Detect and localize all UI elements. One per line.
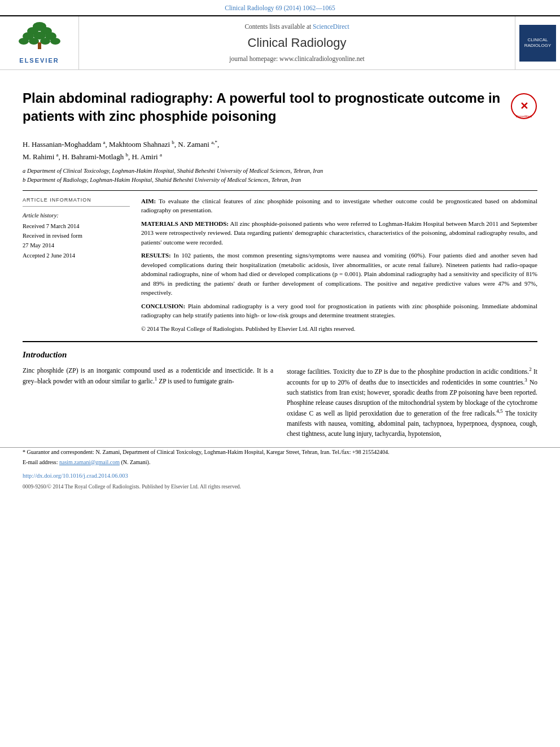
- footnotes-section: * Guarantor and correspondent: N. Zamani…: [0, 447, 560, 467]
- citation-text: Clinical Radiology 69 (2014) 1062—1065: [225, 5, 335, 11]
- elsevier-logo: ELSEVIER: [17, 21, 62, 65]
- aim-text: To evaluate the clinical features of zin…: [141, 198, 537, 214]
- revised-label: Received in revised form: [23, 231, 130, 240]
- introduction-section: Introduction Zinc phosphide (ZP) is an i…: [0, 349, 560, 439]
- journal-title: Clinical Radiology: [248, 34, 347, 52]
- svg-text:✕: ✕: [520, 101, 528, 112]
- intro-col-right: storage facilities. Toxicity due to ZP i…: [287, 366, 537, 439]
- author-amiri: H. Amiri a: [132, 152, 161, 161]
- author-bahrami: H. Bahrami-Motlagh b: [62, 152, 128, 161]
- svg-point-7: [29, 38, 39, 45]
- footer-copyright: 0009-9260/© 2014 The Royal College of Ra…: [0, 482, 560, 496]
- elsevier-brand-text: ELSEVIER: [17, 56, 62, 65]
- author-rahimi: M. Rahimi a: [23, 152, 59, 161]
- history-label: Article history:: [23, 211, 130, 220]
- sciencedirect-line: Contents lists available at ScienceDirec…: [244, 22, 349, 32]
- doi-section: http://dx.doi.org/10.1016/j.crad.2014.06…: [0, 468, 560, 482]
- abstract-copyright: © 2014 The Royal College of Radiologists…: [141, 325, 537, 333]
- info-abstract-section: ARTICLE INFORMATION Article history: Rec…: [23, 196, 537, 333]
- elsevier-logo-section: ELSEVIER: [0, 16, 79, 70]
- abstract-aim: AIM: To evaluate the clinical features o…: [141, 196, 537, 215]
- abstract-methods: MATERIALS AND METHODS: All zinc phosphid…: [141, 219, 537, 247]
- conclusion-label: CONCLUSION:: [141, 303, 185, 309]
- intro-right-para: storage facilities. Toxicity due to ZP i…: [287, 366, 537, 439]
- title-divider: [23, 190, 537, 191]
- author-zamani: N. Zamani a,*: [178, 140, 217, 148]
- email-link[interactable]: nasim.zamani@gmail.com: [59, 459, 120, 465]
- top-citation-bar: Clinical Radiology 69 (2014) 1062—1065: [0, 0, 560, 15]
- title-text-block: Plain abdominal radiography: A powerful …: [23, 89, 502, 132]
- page: Clinical Radiology 69 (2014) 1062—1065: [0, 0, 560, 747]
- journal-logo-section: CLINICALRADIOLOGY: [515, 16, 560, 70]
- author-hassanian: H. Hassanian-Moghaddam a: [23, 140, 106, 148]
- abstract-conclusion: CONCLUSION: Plain abdominal radiography …: [141, 302, 537, 320]
- abstract-column: AIM: To evaluate the clinical features o…: [141, 196, 537, 333]
- email-footnote: E-mail address: nasim.zamani@gmail.com (…: [23, 458, 537, 467]
- svg-point-6: [19, 38, 29, 45]
- section-divider: [23, 341, 537, 342]
- svg-point-8: [40, 38, 50, 45]
- crossmark-icon: ✕ CrossMark: [510, 93, 537, 120]
- intro-col-left: Zinc phosphide (ZP) is an inorganic comp…: [23, 366, 273, 439]
- sciencedirect-link[interactable]: ScienceDirect: [313, 23, 349, 30]
- results-text: In 102 patients, the most common present…: [141, 252, 537, 296]
- article-body: Plain abdominal radiography: A powerful …: [0, 70, 560, 342]
- aim-label: AIM:: [141, 198, 156, 204]
- svg-text:CrossMark: CrossMark: [515, 115, 532, 118]
- revised-date: 27 May 2014: [23, 241, 130, 250]
- journal-center-info: Contents lists available at ScienceDirec…: [79, 16, 515, 70]
- authors-line: H. Hassanian-Moghaddam a, Makhtoom Shahn…: [23, 138, 537, 163]
- results-label: RESULTS:: [141, 252, 171, 259]
- crossmark-section: ✕ CrossMark: [510, 93, 537, 123]
- journal-header: ELSEVIER Contents lists available at Sci…: [0, 15, 560, 71]
- svg-point-9: [50, 38, 60, 45]
- svg-rect-10: [38, 42, 41, 49]
- abstract-results: RESULTS: In 102 patients, the most commo…: [141, 251, 537, 298]
- intro-two-col: Zinc phosphide (ZP) is an inorganic comp…: [23, 366, 537, 439]
- accepted-date: Accepted 2 June 2014: [23, 251, 130, 260]
- author-shahnazi: Makhtoom Shahnazi b: [109, 140, 174, 148]
- affiliations: a Department of Clinical Toxicology, Log…: [23, 167, 537, 185]
- doi-link[interactable]: http://dx.doi.org/10.1016/j.crad.2014.06…: [23, 473, 128, 479]
- title-row: Plain abdominal radiography: A powerful …: [23, 89, 537, 132]
- info-divider: [23, 206, 130, 207]
- introduction-heading: Introduction: [23, 349, 537, 361]
- methods-label: MATERIALS AND METHODS:: [141, 220, 229, 227]
- journal-logo-box: CLINICALRADIOLOGY: [519, 25, 556, 62]
- affiliation-b: b Department of Radiology, Loghman-Hakim…: [23, 176, 537, 185]
- article-info-heading: ARTICLE INFORMATION: [23, 196, 130, 204]
- elsevier-tree-icon: [17, 21, 62, 52]
- journal-homepage: journal homepage: www.clinicalradiologyo…: [229, 54, 364, 64]
- intro-left-para: Zinc phosphide (ZP) is an inorganic comp…: [23, 366, 273, 387]
- article-title: Plain abdominal radiography: A powerful …: [23, 89, 502, 124]
- article-title-section: Plain abdominal radiography: A powerful …: [23, 89, 537, 132]
- journal-logo-text: CLINICALRADIOLOGY: [524, 37, 552, 49]
- guarantor-footnote: * Guarantor and correspondent: N. Zamani…: [23, 448, 537, 457]
- article-info-column: ARTICLE INFORMATION Article history: Rec…: [23, 196, 130, 333]
- conclusion-text: Plain abdominal radiography is a very go…: [141, 303, 537, 319]
- affiliation-a: a Department of Clinical Toxicology, Log…: [23, 167, 537, 176]
- received-date: Received 7 March 2014: [23, 222, 130, 230]
